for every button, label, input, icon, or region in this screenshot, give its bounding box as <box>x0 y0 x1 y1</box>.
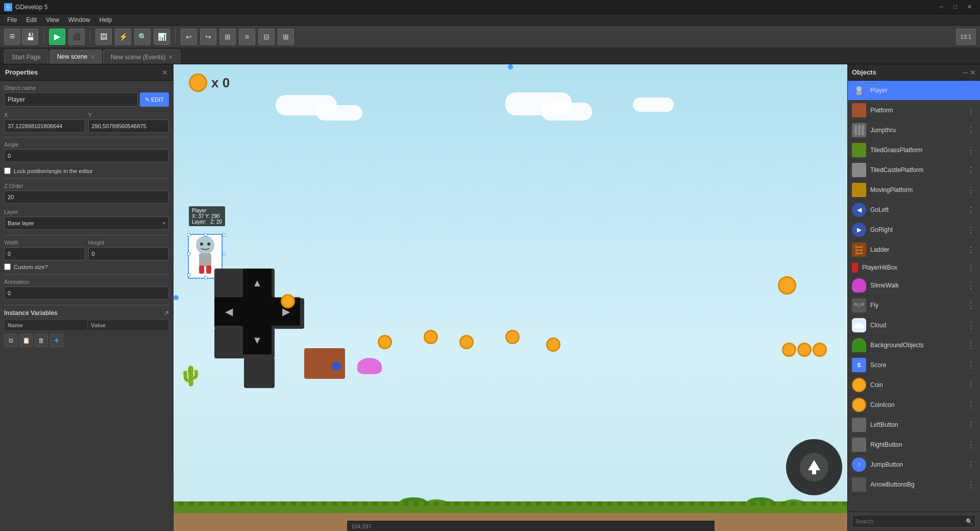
tab-start-page[interactable]: Start Page <box>4 50 48 64</box>
tab-new-scene-close[interactable]: ✕ <box>90 54 94 60</box>
obj-menu-leftbutton[interactable]: ⋮ <box>966 420 976 430</box>
dpad-left[interactable]: ◀ <box>214 297 243 326</box>
obj-item-goright[interactable]: ▶ GoRight ⋮ <box>848 220 980 240</box>
handle-mr[interactable] <box>223 252 226 255</box>
instances-button[interactable]: ⊞ <box>278 29 294 45</box>
properties-close-btn[interactable]: ✕ <box>162 68 168 77</box>
undo-button[interactable]: ↩ <box>181 29 197 45</box>
obj-menu-tiled-castle[interactable]: ⋮ <box>966 165 976 175</box>
obj-item-ladder[interactable]: Ladder ⋮ <box>848 240 980 260</box>
animation-input[interactable] <box>4 286 169 300</box>
tab-events[interactable]: New scene (Events) ✕ <box>103 50 180 64</box>
x-input[interactable] <box>4 119 85 133</box>
debugger-button[interactable]: 🔍 <box>134 29 151 45</box>
obj-item-platform[interactable]: Platform ⋮ <box>848 101 980 120</box>
obj-item-rightbutton[interactable]: RightButton ⋮ <box>848 435 980 455</box>
height-input[interactable] <box>88 247 169 260</box>
obj-menu-rightbutton[interactable]: ⋮ <box>966 440 976 450</box>
obj-menu-moving-platform[interactable]: ⋮ <box>966 185 976 195</box>
close-btn[interactable]: ✕ <box>963 3 976 11</box>
z-order-input[interactable] <box>4 190 169 204</box>
obj-item-moving-platform[interactable]: MovingPlatform ⋮ <box>848 180 980 200</box>
obj-menu-coin[interactable]: ⋮ <box>966 380 976 390</box>
minimize-btn[interactable]: ─ <box>936 3 948 11</box>
profiler-button[interactable]: 📊 <box>154 29 170 45</box>
obj-item-arrowbuttonsbg[interactable]: ArrowButtonsBg ⋮ <box>848 475 980 495</box>
obj-item-leftbutton[interactable]: LeftButton ⋮ <box>848 415 980 435</box>
titlebar-controls[interactable]: ─ □ ✕ <box>936 3 976 11</box>
obj-menu-coinicon[interactable]: ⋮ <box>966 400 976 410</box>
obj-item-tiled-grass[interactable]: TiledGrassPlatform ⋮ <box>848 140 980 160</box>
search-input[interactable] <box>852 515 976 528</box>
obj-menu-goleft[interactable]: ⋮ <box>966 205 976 215</box>
play-button[interactable]: ▶ <box>49 29 65 45</box>
canvas-area[interactable]: x 0 PlayerX: 37 Y: 290Layer: Z: 20 <box>174 64 847 531</box>
event-editor-button[interactable]: ⚡ <box>115 29 131 45</box>
menu-window[interactable]: Window <box>64 15 94 25</box>
obj-item-player[interactable]: Player ⋮ <box>848 81 980 101</box>
stop-button[interactable]: ⬛ <box>68 29 85 45</box>
var-delete-btn[interactable]: 🗑 <box>35 334 48 347</box>
handle-tr[interactable] <box>223 233 226 236</box>
custom-size-checkbox[interactable] <box>4 263 11 270</box>
var-paste-btn[interactable]: 📋 <box>19 334 33 347</box>
handle-bc[interactable] <box>204 276 207 279</box>
menu-view[interactable]: View <box>42 15 63 25</box>
obj-item-jumpthru[interactable]: Jumpthru ⋮ <box>848 120 980 140</box>
obj-menu-fly[interactable]: ⋮ <box>966 301 976 310</box>
maximize-btn[interactable]: □ <box>949 3 961 11</box>
obj-item-goleft[interactable]: ◀ GoLeft ⋮ <box>848 200 980 220</box>
obj-menu-score[interactable]: ⋮ <box>966 360 976 370</box>
obj-menu-cloud[interactable]: ⋮ <box>966 321 976 330</box>
home-button[interactable]: ≡ <box>4 29 20 45</box>
layers-button[interactable]: ⊟ <box>258 29 275 45</box>
width-input[interactable] <box>4 247 85 260</box>
obj-menu-arrowbuttonsbg[interactable]: ⋮ <box>966 480 976 490</box>
handle-tc[interactable] <box>204 233 207 236</box>
obj-menu-goright[interactable]: ⋮ <box>966 225 976 235</box>
handle-bl[interactable] <box>187 274 190 277</box>
lock-checkbox[interactable] <box>4 167 11 174</box>
obj-menu-playerhitbox[interactable]: ⋮ <box>966 263 976 273</box>
instance-vars-expand-icon[interactable]: ↗ <box>164 309 169 317</box>
tab-new-scene[interactable]: New scene ✕ <box>50 50 102 64</box>
obj-menu-jumpthru[interactable]: ⋮ <box>966 126 976 135</box>
obj-menu-bgobjects[interactable]: ⋮ <box>966 341 976 350</box>
object-name-input[interactable] <box>4 92 138 107</box>
obj-item-tiled-castle[interactable]: TiledCastlePlatform ⋮ <box>848 160 980 180</box>
jump-button[interactable] <box>786 439 842 495</box>
scene-editor-button[interactable]: 🖼 <box>95 29 112 45</box>
var-copy-btn[interactable]: ⧉ <box>4 334 17 347</box>
save-button[interactable]: 💾 <box>22 29 38 45</box>
obj-item-jumpbutton[interactable]: ↑ JumpButton ⋮ <box>848 455 980 475</box>
tab-events-close[interactable]: ✕ <box>168 54 173 60</box>
obj-item-slimewalk[interactable]: SlimeWalk ⋮ <box>848 276 980 296</box>
angle-input[interactable] <box>4 149 169 162</box>
menu-help[interactable]: Help <box>95 15 116 25</box>
menu-file[interactable]: File <box>3 15 21 25</box>
dpad-down[interactable]: ▼ <box>243 326 272 354</box>
obj-menu-jumpbutton[interactable]: ⋮ <box>966 460 976 470</box>
properties-scroll[interactable]: Object name ✎ EDIT X Y <box>0 81 173 531</box>
y-input[interactable] <box>88 119 169 133</box>
dpad-up[interactable]: ▲ <box>243 269 272 297</box>
edit-button[interactable]: ✎ EDIT <box>140 92 169 107</box>
var-add-btn[interactable]: + <box>50 334 63 347</box>
objects-close-btn[interactable]: ✕ <box>970 68 976 77</box>
obj-item-coinicon[interactable]: CoinIcon ⋮ <box>848 395 980 415</box>
zoom-display[interactable]: 13.1 <box>956 29 976 45</box>
menu-edit[interactable]: Edit <box>22 15 41 25</box>
obj-item-coin[interactable]: Coin ⋮ <box>848 375 980 395</box>
obj-menu-tiled-grass[interactable]: ⋮ <box>966 146 976 155</box>
objects-minimize-btn[interactable]: ─ <box>963 68 968 77</box>
obj-item-score[interactable]: S Score ⋮ <box>848 355 980 375</box>
handle-ml[interactable] <box>187 252 190 255</box>
obj-menu-player[interactable]: ⋮ <box>966 86 976 95</box>
layout-button[interactable]: ≡ <box>239 29 255 45</box>
redo-button[interactable]: ↪ <box>200 29 216 45</box>
obj-item-bgobjects[interactable]: BackgroundObjects ⋮ <box>848 335 980 355</box>
obj-item-playerhitbox[interactable]: PlayerHitBox ⋮ <box>848 260 980 276</box>
grid-button[interactable]: ⊞ <box>219 29 236 45</box>
obj-menu-slimewalk[interactable]: ⋮ <box>966 281 976 291</box>
obj-item-cloud[interactable]: Cloud ⋮ <box>848 316 980 335</box>
